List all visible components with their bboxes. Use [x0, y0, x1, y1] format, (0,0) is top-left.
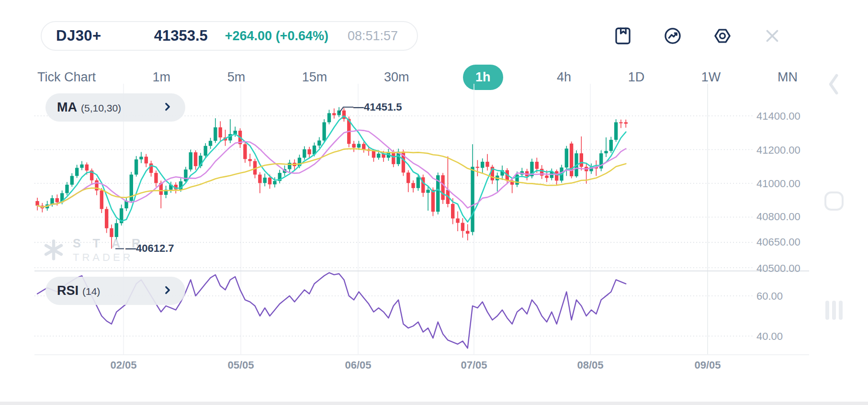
chevron-right-icon — [161, 101, 174, 115]
price-axis-label: 41200.00 — [756, 144, 800, 157]
date-axis-label: 05/05 — [214, 359, 267, 371]
high-price-marker: —41451.5 — [353, 101, 402, 113]
price-axis-label: 41400.00 — [756, 110, 800, 123]
price-chart[interactable] — [0, 0, 868, 405]
rsi-indicator-name: RSI — [57, 283, 79, 298]
date-axis-label: 06/05 — [332, 359, 384, 371]
price-axis-label: 40650.00 — [756, 236, 800, 248]
rsi-indicator-params: (14) — [82, 286, 100, 297]
rounded-square-tool-icon[interactable] — [823, 191, 845, 212]
date-axis-label: 09/05 — [681, 359, 734, 371]
date-axis-label: 02/05 — [97, 359, 150, 371]
rsi-indicator-pill[interactable]: RSI (14) — [45, 277, 185, 305]
price-axis-label: 40800.00 — [756, 211, 800, 223]
date-axis-label: 08/05 — [564, 359, 617, 371]
trading-chart-window: DJ30+ 41353.5 +264.00 (+0.64%) 08:51:57 … — [0, 0, 868, 405]
rsi-axis-label: 40.00 — [756, 330, 783, 343]
drag-grip-bars-icon[interactable] — [823, 300, 845, 321]
date-axis-label: 07/05 — [448, 359, 500, 371]
ma-indicator-params: (5,10,30) — [81, 102, 121, 114]
collapse-panel-chevron-left-icon[interactable] — [823, 70, 845, 99]
low-price-marker: —40612.7 — [125, 242, 174, 255]
ma-indicator-pill[interactable]: MA (5,10,30) — [45, 93, 185, 122]
price-axis-label: 41000.00 — [756, 178, 800, 190]
chevron-right-icon — [161, 284, 174, 298]
rsi-axis-label: 60.00 — [756, 290, 783, 303]
ma-indicator-name: MA — [57, 100, 77, 115]
price-axis-label: 40500.00 — [756, 262, 800, 275]
